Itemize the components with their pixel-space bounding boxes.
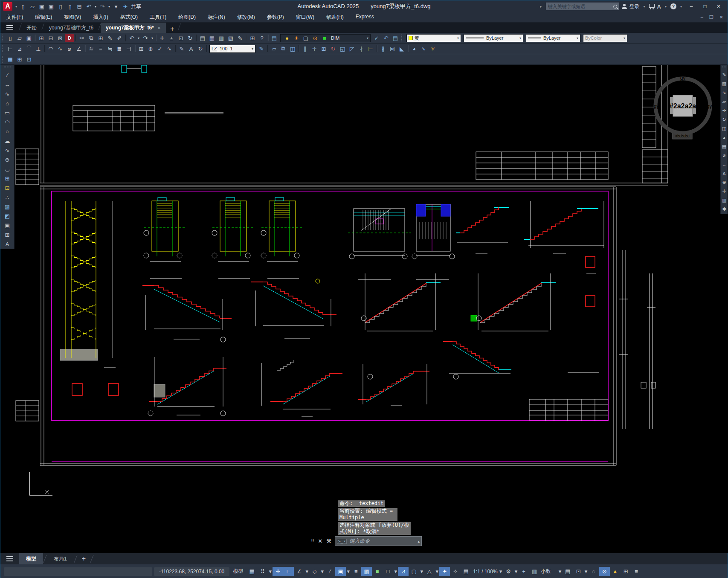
arc-icon[interactable]: ◠ — [2, 117, 13, 127]
osnap-3d-icon[interactable]: □ — [383, 567, 393, 576]
lineweight-combo[interactable]: ByLayer▾ — [526, 34, 580, 42]
array-icon[interactable]: ⊞ — [319, 44, 328, 53]
region-icon[interactable]: ▣ — [2, 221, 13, 230]
paste-icon[interactable]: ⊞ — [96, 34, 105, 42]
filter-dropdown-icon[interactable]: ▾ — [419, 567, 424, 576]
snap-dropdown-icon[interactable]: ▾ — [268, 567, 273, 576]
color-combo[interactable]: 黄▾ — [406, 34, 461, 42]
menu-item-6[interactable]: 绘图(D) — [172, 14, 202, 21]
redo-icon[interactable]: ↷ — [98, 2, 107, 11]
menu-item-3[interactable]: 插入(I) — [87, 14, 114, 21]
dynamic-input-icon[interactable]: ✛ — [273, 567, 283, 576]
doc-restore-button[interactable]: ❐ — [709, 15, 713, 20]
plot-icon[interactable]: ⊟ — [75, 2, 84, 11]
menu-item-11[interactable]: 帮助(H) — [320, 14, 350, 21]
save-to-mobile-icon[interactable]: ▯ — [56, 2, 65, 11]
ellipse-icon[interactable]: ⊖ — [2, 155, 13, 164]
dim-ordinate-icon[interactable]: ⊥ — [34, 44, 43, 53]
zoom-window-icon[interactable]: ⊡ — [176, 34, 186, 42]
dim-jogline-icon[interactable]: ∿ — [165, 44, 174, 53]
signin-label[interactable]: 登录 — [629, 3, 640, 10]
app-menu-button[interactable]: A ▾ — [0, 2, 18, 11]
dim-aligned-icon[interactable]: ⊿ — [15, 44, 24, 53]
toolbar-grip[interactable] — [722, 67, 726, 69]
pan-icon[interactable]: ✛ — [157, 34, 167, 42]
dim-diameter-icon[interactable]: ⌀ — [65, 44, 74, 53]
menu-item-10[interactable]: 窗口(W) — [290, 14, 320, 21]
lineweight-icon[interactable]: ≡ — [351, 567, 361, 576]
toolbar-grip[interactable] — [2, 45, 4, 52]
dimension-tool-icon[interactable]: ↔ — [721, 160, 728, 169]
toolbar-grip[interactable] — [2, 35, 4, 41]
search-collapse-icon[interactable]: ▸ — [540, 5, 542, 9]
break-icon[interactable]: ∦ — [378, 44, 388, 53]
erase-icon[interactable]: ▱ — [269, 44, 278, 53]
workspace-dropdown-icon[interactable]: ▾ — [514, 567, 519, 576]
tab-layout1[interactable]: 布局1 — [47, 553, 74, 564]
dim-continue-icon[interactable]: ≒ — [105, 44, 115, 53]
quick-calc-icon[interactable]: ⊞ — [248, 34, 257, 42]
table-icon[interactable]: ⊞ — [2, 230, 13, 239]
model-space-toggle[interactable]: 模型 — [229, 568, 247, 575]
menu-item-8[interactable]: 修改(M) — [231, 14, 261, 21]
quick-properties-icon[interactable]: ▤ — [563, 567, 573, 576]
revision-cloud-icon[interactable]: ☁ — [2, 136, 13, 145]
menu-item-0[interactable]: 文件(F) — [0, 14, 29, 21]
file-tabs-menu-icon[interactable] — [6, 27, 13, 28]
mirror-icon[interactable]: ◫ — [288, 44, 297, 53]
menu-item-12[interactable]: Express — [350, 14, 380, 21]
dim-inspect-icon[interactable]: ✓ — [155, 44, 165, 53]
menu-item-2[interactable]: 视图(V) — [58, 14, 87, 21]
move-tool-icon[interactable]: ✛ — [721, 106, 728, 115]
linetype-combo[interactable]: ByLayer▾ — [464, 34, 523, 42]
clean-screen-icon[interactable]: ⊞ — [621, 567, 631, 576]
osnap-3d-dropdown-icon[interactable]: ▾ — [393, 567, 398, 576]
tab-doc2-active[interactable]: young7梁板甲方_t6* ✕ — [101, 23, 166, 33]
help-dropdown-icon[interactable]: ▾ — [680, 5, 682, 9]
tab-model[interactable]: 模型 — [19, 553, 43, 564]
cut-icon[interactable]: ✂ — [77, 34, 87, 42]
insert-block-icon[interactable]: ⊞ — [2, 174, 13, 183]
export-dwf-icon[interactable]: D — [65, 34, 74, 42]
open-folder-icon[interactable]: ▱ — [28, 2, 37, 11]
layer-color-swatch[interactable]: ■ — [320, 34, 329, 42]
design-center-icon[interactable]: ▦ — [207, 34, 217, 42]
new-tab-button[interactable]: + — [166, 25, 178, 33]
user-icon[interactable] — [622, 4, 627, 9]
tool-palettes-icon[interactable]: ▥ — [217, 34, 226, 42]
layer-states-icon[interactable]: ▤ — [391, 34, 400, 42]
coordinates-display[interactable]: -110223.68, 252074.15, 0.00 — [154, 567, 229, 576]
circle-icon[interactable]: ○ — [2, 127, 13, 136]
gradient-icon[interactable]: ◩ — [2, 211, 13, 221]
hatch-edit-icon[interactable]: ▨ — [721, 79, 728, 88]
text-tool-icon[interactable]: A — [721, 169, 728, 178]
blend-icon[interactable]: ∿ — [419, 44, 428, 53]
publish-icon[interactable]: ⊠ — [55, 34, 65, 42]
dim-jogged-icon[interactable]: ∿ — [55, 44, 65, 53]
polar-tracking-icon[interactable]: ∠ — [294, 567, 305, 576]
menu-item-7[interactable]: 标注(N) — [202, 14, 231, 21]
undo-dropdown-icon[interactable]: ▾ — [136, 34, 141, 42]
line-icon[interactable]: ∕ — [2, 70, 13, 80]
mtext-icon[interactable]: A — [2, 239, 13, 249]
command-tools-icon[interactable]: ⚒ — [325, 538, 333, 544]
new-layout-button[interactable]: + — [78, 555, 90, 563]
new-file-icon[interactable]: ▯ — [18, 2, 28, 11]
layer-plot-icon[interactable]: ▢ — [301, 34, 310, 42]
dim-radius-icon[interactable]: ◠ — [46, 44, 55, 53]
dim-style-icon[interactable]: ✎ — [257, 44, 266, 53]
save-icon[interactable]: ▣ — [37, 2, 46, 11]
create-block-icon[interactable]: ⊡ — [2, 183, 13, 192]
fillet-tool-icon[interactable]: ◕ — [721, 133, 728, 142]
menu-item-1[interactable]: 编辑(E) — [29, 14, 58, 21]
menu-item-5[interactable]: 工具(T) — [144, 14, 172, 21]
settings-tool-icon[interactable]: ✱ — [721, 205, 728, 214]
isolate-objects-icon[interactable]: ◌ — [589, 567, 599, 576]
layer-thaw-icon[interactable]: ☀ — [292, 34, 301, 42]
layers-tool-icon[interactable]: ▤ — [721, 142, 728, 151]
doc-close-button[interactable]: ✕ — [719, 15, 723, 20]
dim-linear-icon[interactable]: ⊢ — [6, 44, 15, 53]
layer-lock-icon[interactable]: ⊙ — [310, 34, 320, 42]
scale-icon[interactable]: ◱ — [338, 44, 347, 53]
markup-icon[interactable]: ✎ — [235, 34, 245, 42]
